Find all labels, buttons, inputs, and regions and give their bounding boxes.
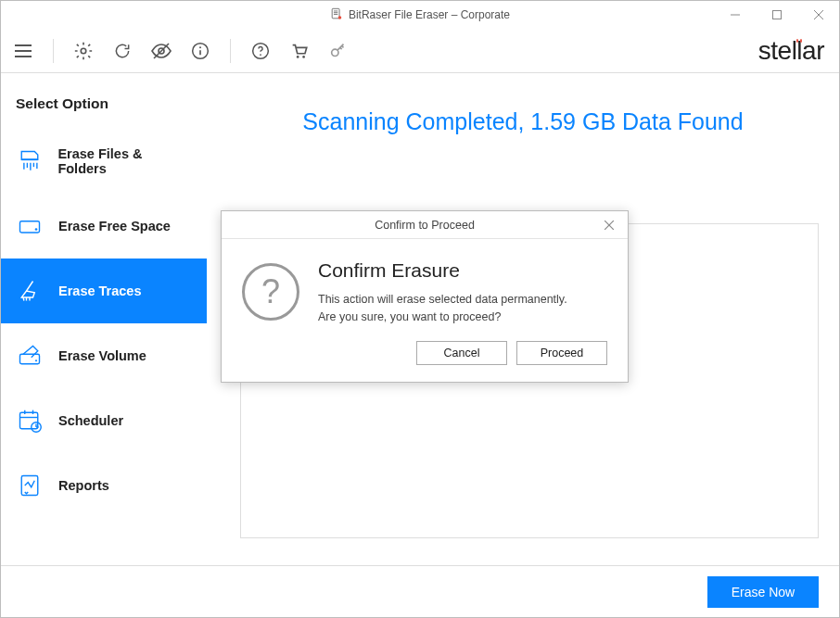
- cart-button[interactable]: [286, 38, 312, 64]
- svg-point-17: [199, 46, 201, 48]
- drive-icon: [16, 212, 44, 240]
- sidebar-heading: Select Option: [1, 90, 207, 129]
- question-icon: ?: [242, 263, 299, 321]
- sidebar-item-erase-free-space[interactable]: Erase Free Space: [1, 194, 207, 259]
- scan-status-text: Scanning Completed, 1.59 GB Data Found: [227, 108, 819, 135]
- gear-icon: [73, 41, 94, 61]
- shredder-icon: [16, 147, 43, 175]
- confirm-dialog: Confirm to Proceed ? Confirm Erasure Thi…: [221, 210, 629, 383]
- close-icon: [814, 10, 823, 19]
- cancel-button[interactable]: Cancel: [416, 341, 507, 365]
- volume-erase-icon: [16, 342, 44, 370]
- svg-line-31: [27, 282, 33, 292]
- dialog-heading: Confirm Erasure: [318, 259, 567, 282]
- refresh-icon: [113, 42, 132, 60]
- view-button[interactable]: [148, 38, 174, 64]
- sidebar-item-label: Erase Free Space: [58, 219, 171, 233]
- sidebar: Select Option Erase Files & Folders Eras…: [1, 73, 207, 565]
- titlebar: BitRaser File Eraser – Corporate: [1, 1, 839, 29]
- sidebar-item-erase-files[interactable]: Erase Files & Folders: [1, 129, 207, 194]
- svg-point-36: [35, 359, 37, 361]
- menu-button[interactable]: [10, 38, 36, 64]
- dialog-line2: Are you sure, you want to proceed?: [318, 310, 501, 323]
- svg-point-30: [35, 228, 38, 231]
- svg-line-32: [23, 297, 24, 301]
- svg-rect-6: [772, 11, 781, 19]
- svg-point-21: [302, 56, 305, 58]
- app-window: BitRaser File Eraser – Corporate: [0, 0, 840, 618]
- settings-button[interactable]: [70, 38, 96, 64]
- maximize-icon: [772, 10, 782, 19]
- sidebar-item-reports[interactable]: Reports: [1, 453, 207, 518]
- sidebar-item-label: Scheduler: [58, 413, 123, 428]
- svg-point-22: [332, 49, 338, 56]
- svg-point-19: [260, 54, 261, 56]
- proceed-button[interactable]: Proceed: [516, 341, 607, 365]
- minimize-button[interactable]: [714, 1, 756, 29]
- sidebar-item-erase-volume[interactable]: Erase Volume: [1, 323, 207, 388]
- sidebar-item-label: Erase Files & Folders: [57, 146, 192, 176]
- sidebar-item-scheduler[interactable]: Scheduler: [1, 388, 207, 453]
- maximize-button[interactable]: [756, 1, 797, 29]
- sidebar-item-erase-traces[interactable]: Erase Traces: [1, 259, 207, 323]
- refresh-button[interactable]: [109, 38, 135, 64]
- close-icon: [605, 221, 614, 230]
- svg-rect-29: [20, 221, 40, 233]
- help-icon: [251, 42, 270, 60]
- key-button[interactable]: [325, 38, 351, 64]
- svg-rect-35: [20, 354, 40, 364]
- dialog-title: Confirm to Proceed: [375, 219, 475, 232]
- erase-now-button[interactable]: Erase Now: [707, 576, 819, 608]
- bottom-bar: Erase Now: [1, 565, 839, 617]
- app-icon: [330, 7, 343, 23]
- eye-off-icon: [150, 42, 172, 60]
- dialog-close-button[interactable]: [596, 211, 622, 238]
- info-icon: [191, 42, 210, 60]
- svg-rect-37: [20, 412, 38, 429]
- sidebar-item-label: Reports: [58, 478, 109, 493]
- stellar-logo: stellar: [758, 29, 824, 72]
- window-title: BitRaser File Eraser – Corporate: [349, 8, 510, 21]
- minimize-icon: [731, 10, 740, 19]
- toolbar: stellar: [1, 29, 839, 73]
- toolbar-separator: [230, 39, 231, 63]
- scheduler-icon: [16, 407, 44, 435]
- dialog-line1: This action will erase selected data per…: [318, 293, 567, 306]
- toolbar-separator: [53, 39, 54, 63]
- broom-icon: [16, 277, 44, 305]
- help-button[interactable]: [248, 38, 274, 64]
- svg-point-20: [297, 56, 299, 58]
- cart-icon: [289, 41, 310, 61]
- info-button[interactable]: [187, 38, 213, 64]
- close-button[interactable]: [797, 1, 839, 29]
- sidebar-item-label: Erase Traces: [58, 284, 142, 298]
- svg-point-12: [81, 48, 86, 54]
- dialog-titlebar: Confirm to Proceed: [222, 211, 628, 239]
- sidebar-item-label: Erase Volume: [58, 348, 146, 363]
- key-icon: [328, 41, 349, 61]
- svg-rect-0: [332, 8, 339, 19]
- hamburger-icon: [13, 41, 33, 61]
- dialog-text: Confirm Erasure This action will erase s…: [318, 259, 567, 326]
- reports-icon: [16, 472, 44, 499]
- svg-point-4: [338, 16, 342, 19]
